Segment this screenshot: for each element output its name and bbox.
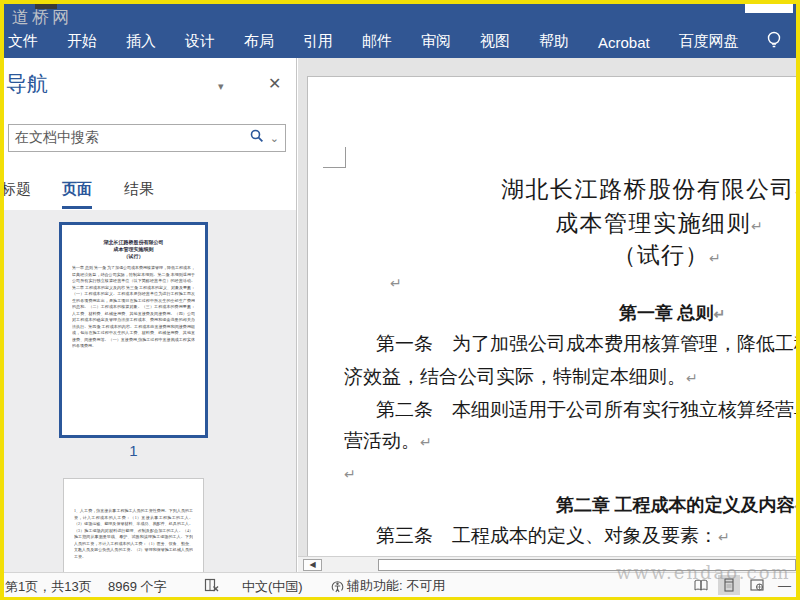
search-options-chevron-icon[interactable]: ⌄: [270, 132, 279, 145]
paragraph2-line1: 第二条 本细则适用于公司所有实行独立核算经营单位（以下: [376, 397, 796, 423]
paragraph-mark: ↵: [795, 184, 796, 200]
nav-tab-pages[interactable]: 页面: [62, 180, 92, 209]
empty-paragraph: ↵: [390, 271, 402, 293]
page-thumbnail-1-selected[interactable]: 湖北长江路桥股份有限公司 成本管理实施细则 （试行） 第一章 总则 第一条 为了…: [59, 222, 208, 438]
navigation-tabs: 标题 页面 结果: [4, 176, 296, 208]
document-area: 湖北长江路桥股份有限公司↵ 成本管理实施细则↵ （试行）↵ ↵ 第一章 总则↵ …: [298, 58, 796, 572]
doc-title-line3: （试行）↵: [613, 240, 722, 271]
paragraph-mark: ↵: [420, 434, 432, 450]
accessibility-icon: [330, 579, 345, 594]
document-page[interactable]: 湖北长江路桥股份有限公司↵ 成本管理实施细则↵ （试行）↵ ↵ 第一章 总则↵ …: [307, 76, 796, 556]
paragraph2-line2: 营活动。↵: [344, 428, 432, 454]
paragraph-mark: ↵: [709, 250, 722, 266]
chapter2-heading: 第二章 工程成本的定义及内容↵: [556, 493, 796, 517]
page-thumbnails-panel: 湖北长江路桥股份有限公司 成本管理实施细则 （试行） 第一章 总则 第一条 为了…: [4, 210, 296, 572]
empty-paragraph: ↵: [344, 462, 356, 484]
ribbon-tab-baidu-netdisk[interactable]: 百度网盘: [679, 32, 739, 51]
word-window: 道桥网 文件 开始 插入 设计 布局 引用 邮件 审阅 视图 帮助 Acroba…: [0, 0, 800, 600]
ribbon-tab-design[interactable]: 设计: [185, 32, 215, 51]
ribbon-tab-review[interactable]: 审阅: [421, 32, 451, 51]
lightbulb-tellme-icon[interactable]: [764, 30, 784, 53]
page-indicator[interactable]: 第1页，共13页: [5, 578, 92, 596]
titlebar-fragment: [35, 4, 57, 9]
proofing-error-icon[interactable]: [204, 578, 220, 596]
thumbnail-page-number: 1: [59, 442, 208, 459]
search-icon[interactable]: [249, 128, 265, 148]
ribbon-tab-help[interactable]: 帮助: [539, 32, 569, 51]
navigation-pane-title: 导航: [6, 70, 48, 98]
paragraph1-line2: 济效益，结合公司实际，特制定本细则。↵: [344, 364, 698, 390]
ribbon-tab-bar: 文件 开始 插入 设计 布局 引用 邮件 审阅 视图 帮助 Acrobat 百度…: [4, 4, 796, 58]
ribbon-tab-insert[interactable]: 插入: [126, 32, 156, 51]
pane-close-icon[interactable]: ✕: [268, 74, 281, 93]
scroll-left-arrow-icon[interactable]: ◀: [303, 559, 322, 571]
ribbon-tab-file[interactable]: 文件: [8, 32, 38, 51]
ribbon-tab-view[interactable]: 视图: [480, 32, 510, 51]
paragraph-mark: ↵: [718, 529, 730, 545]
titlebar-fragment: [745, 4, 793, 13]
paragraph-mark: ↵: [344, 466, 356, 482]
chapter1-heading: 第一章 总则↵: [619, 301, 725, 325]
paragraph-mark: ↵: [714, 306, 726, 322]
site-watermark-top: 道桥网: [12, 6, 72, 29]
thumbnail-body-text: 1、人工费，指直接从事工程施工人员的工资性费用。下列人员的工资，计入工程成本的人…: [74, 508, 193, 572]
thumbnail-title-line: （试行）: [72, 253, 195, 260]
nav-tab-results[interactable]: 结果: [124, 180, 154, 199]
thumbnail-body-text: 第一章 总则 第一条 为了加强公司成本费用核算管理，降低工程成本，提高经济效益，…: [72, 265, 195, 435]
margin-crop-mark: [323, 147, 346, 168]
word-count[interactable]: 8969 个字: [108, 578, 167, 596]
paragraph-mark: ↵: [795, 498, 797, 514]
ribbon-tab-references[interactable]: 引用: [303, 32, 333, 51]
document-canvas[interactable]: 湖北长江路桥股份有限公司↵ 成本管理实施细则↵ （试行）↵ ↵ 第一章 总则↵ …: [298, 58, 796, 556]
document-search-input[interactable]: 在文档中搜索 ⌄: [8, 124, 286, 152]
navigation-pane: 导航 ▾ ✕ 在文档中搜索 ⌄ 标题 页面 结果: [4, 58, 297, 572]
pane-options-chevron-icon[interactable]: ▾: [218, 80, 224, 93]
doc-title-line1: 湖北长江路桥股份有限公司↵: [501, 174, 796, 205]
paragraph-mark: ↵: [686, 370, 698, 386]
search-placeholder: 在文档中搜索: [15, 129, 249, 147]
ribbon-tab-mailings[interactable]: 邮件: [362, 32, 392, 51]
thumbnail-title-line: 成本管理实施细则: [72, 246, 195, 253]
ribbon-tab-acrobat[interactable]: Acrobat: [598, 34, 650, 51]
language-indicator[interactable]: 中文(中国): [242, 578, 303, 596]
doc-title-line2: 成本管理实施细则↵: [555, 208, 764, 239]
page-thumbnail-2[interactable]: 1、人工费，指直接从事工程施工人员的工资性费用。下列人员的工资，计入工程成本的人…: [63, 478, 204, 572]
ribbon-tab-home[interactable]: 开始: [67, 32, 97, 51]
site-watermark-bottom: www.endao.com: [616, 562, 791, 583]
nav-tab-headings[interactable]: 标题: [4, 180, 31, 199]
accessibility-status[interactable]: 辅助功能: 不可用: [330, 577, 445, 595]
paragraph-mark: ↵: [751, 218, 764, 234]
ribbon-tab-layout[interactable]: 布局: [244, 32, 274, 51]
paragraph-mark: ↵: [390, 275, 402, 291]
thumbnail-title-line: 湖北长江路桥股份有限公司: [72, 239, 195, 246]
paragraph3-line1: 第三条 工程成本的定义、对象及要素：↵: [376, 523, 730, 549]
paragraph1-line1: 第一条 为了加强公司成本费用核算管理，降低工程成本，提高经: [376, 331, 796, 357]
